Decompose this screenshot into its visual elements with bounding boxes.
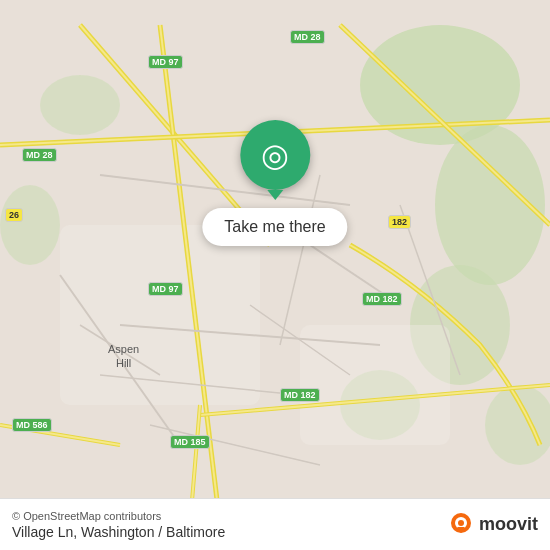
moovit-pin-icon	[447, 511, 475, 539]
road-label-md97-mid: MD 97	[148, 282, 183, 296]
road-label-md586: MD 586	[12, 418, 52, 432]
road-label-md97-top: MD 97	[148, 55, 183, 69]
svg-point-5	[40, 75, 120, 135]
location-label: Village Ln, Washington / Baltimore	[12, 524, 225, 540]
moovit-text: moovit	[479, 514, 538, 535]
map-attribution: © OpenStreetMap contributors	[12, 510, 225, 522]
road-label-182-right: 182	[388, 215, 411, 229]
take-me-there-button[interactable]: Take me there	[202, 208, 347, 246]
svg-point-6	[0, 185, 60, 265]
road-label-md182-lower: MD 182	[280, 388, 320, 402]
map-background	[0, 0, 550, 550]
svg-point-36	[458, 520, 464, 526]
road-label-md28-left: MD 28	[22, 148, 57, 162]
location-pin: ◎	[240, 120, 310, 190]
map-container: MD 97 MD 28 MD 28 MD 97 182 MD 182 MD 18…	[0, 0, 550, 550]
road-label-md185: MD 185	[170, 435, 210, 449]
road-label-md182-mid: MD 182	[362, 292, 402, 306]
bottom-bar: © OpenStreetMap contributors Village Ln,…	[0, 498, 550, 550]
svg-rect-9	[300, 325, 450, 445]
road-label-26: 26	[5, 208, 23, 222]
moovit-logo: moovit	[447, 511, 538, 539]
pin-card: ◎ Take me there	[202, 120, 347, 246]
pin-icon: ◎	[261, 139, 289, 171]
area-label-aspen-hill: AspenHill	[108, 342, 139, 371]
svg-rect-8	[60, 225, 260, 405]
road-label-md28-top: MD 28	[290, 30, 325, 44]
